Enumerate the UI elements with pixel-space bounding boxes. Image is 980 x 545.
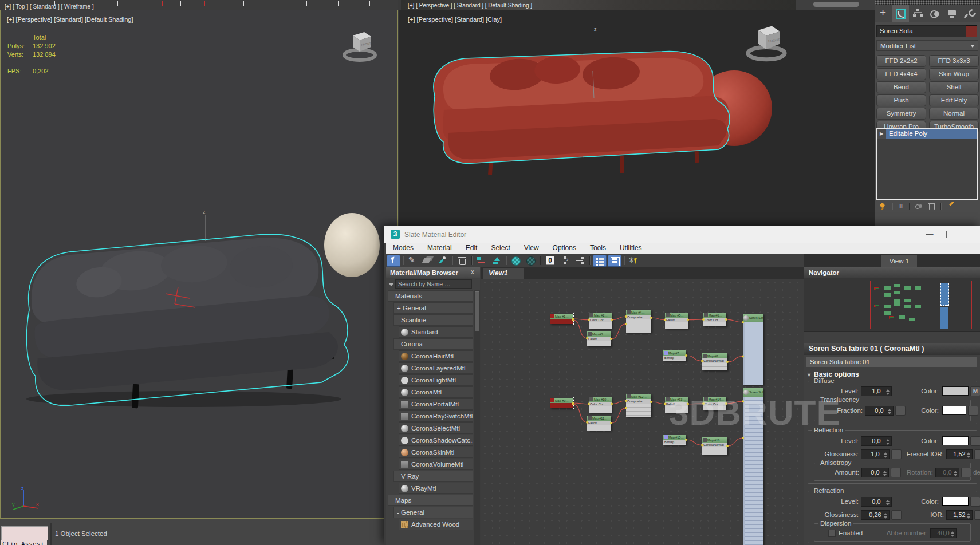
modifier-button-ffd-2x2x2[interactable]: FFD 2x2x2 — [876, 55, 926, 67]
browser-item-coronavolumemtl[interactable]: CoronaVolumeMtl — [399, 459, 473, 470]
browser-item-coronalightmtl[interactable]: CoronaLightMtl — [399, 374, 473, 386]
close-icon[interactable]: x — [471, 268, 474, 276]
viewcube[interactable]: FRONT — [341, 29, 378, 63]
modifier-button-bend[interactable]: Bend — [876, 81, 926, 93]
pin-stack-icon[interactable] — [879, 203, 887, 210]
browser-category--maps[interactable]: - Maps — [388, 495, 473, 506]
menu-options[interactable]: Options — [546, 243, 583, 254]
browser-category--materials[interactable]: - Materials — [388, 290, 473, 302]
reflection-map-button[interactable] — [970, 436, 980, 446]
fresnel-spinner[interactable]: 1,52 — [946, 449, 973, 459]
reflection-level-spinner[interactable]: 0,0 — [861, 436, 892, 446]
material-node-0[interactable]: Map #1… — [550, 314, 573, 324]
abbe-spinner[interactable]: 40,0 — [930, 528, 957, 538]
modifier-button-skin-wrap[interactable]: Skin Wrap — [929, 68, 979, 80]
put-to-library-icon[interactable] — [421, 255, 435, 267]
refraction-map-button[interactable] — [970, 497, 980, 507]
perspective-sliver-label[interactable]: [+] [ Perspective ] [ Standard ] [ Defau… — [408, 2, 532, 9]
material-node-3[interactable]: Map #4…Composite — [626, 310, 651, 333]
object-color-swatch[interactable] — [966, 25, 977, 37]
tab-create[interactable] — [875, 5, 892, 22]
delete-selected-icon[interactable] — [455, 255, 469, 267]
top-viewport-wireframe-sliver[interactable]: [+] [ Top ] [ Standard ] [ Wireframe ] — [0, 0, 398, 10]
show-submaterial-number-icon[interactable] — [544, 255, 557, 267]
slate-title-bar[interactable]: 3 Slate Material Editor — — [384, 226, 980, 243]
browser-item-advanced-wood[interactable]: Advanced Wood — [399, 519, 473, 530]
viewcube-right[interactable]: FRONT — [745, 22, 788, 63]
browser-item-standard[interactable]: Standard — [399, 326, 473, 338]
modifier-stack[interactable]: ▶ Editable Poly — [876, 128, 978, 200]
top-viewport-label[interactable]: [+] [ Top ] [ Standard ] [ Wireframe ] — [5, 3, 94, 10]
fraction-spinner[interactable]: 0,0 — [865, 406, 894, 416]
search-options-icon[interactable] — [386, 280, 395, 288]
navigator-minimap[interactable] — [804, 278, 980, 332]
diffuse-color-swatch[interactable] — [942, 386, 969, 396]
material-header[interactable]: Soren Sofa fabric 01 ( CoronaMtl ) — [804, 343, 980, 355]
tab-view1[interactable]: View1 — [483, 268, 524, 279]
menu-edit[interactable]: Edit — [459, 243, 485, 254]
fraction-map-button[interactable] — [895, 406, 906, 416]
tab-motion[interactable] — [926, 5, 943, 22]
material-node-10[interactable]: Map #10…Color Cor… — [589, 397, 612, 413]
material-node-16[interactable]: Map #16…CoronaNormal — [702, 437, 727, 455]
pick-material-from-object-icon[interactable] — [406, 255, 420, 267]
viewport-left-label[interactable]: [+] [Perspective] [Standard] [Default Sh… — [7, 16, 133, 23]
assign-to-selection-icon[interactable] — [436, 255, 450, 267]
layout-children-icon[interactable] — [573, 255, 587, 267]
viewport-right-label[interactable]: [+] [Perspective] [Standard] [Clay] — [408, 16, 502, 23]
material-node-8[interactable]: Soren Sof… — [743, 314, 763, 385]
scrollbar-thumb[interactable] — [475, 291, 479, 331]
browser-item-vraymtl[interactable]: VRayMtl — [399, 483, 473, 494]
select-by-material-icon[interactable] — [627, 255, 641, 267]
glossiness-spinner[interactable]: 1,0 — [861, 449, 890, 459]
tab-hierarchy[interactable] — [909, 5, 926, 22]
tab-modify[interactable] — [892, 5, 909, 22]
material-name-field[interactable]: Soren Sofa fabric 01 — [806, 357, 977, 367]
modifier-button-ffd-3x3x3[interactable]: FFD 3x3x3 — [929, 55, 979, 67]
menu-modes[interactable]: Modes — [386, 243, 420, 254]
browser-item-coronashadowcatc-[interactable]: CoronaShadowCatc... — [399, 435, 473, 446]
red-sofa-object[interactable] — [421, 41, 742, 176]
browser-category--general[interactable]: + General — [393, 302, 473, 314]
material-node-9[interactable]: Map #9… — [550, 398, 573, 408]
material-node-7[interactable]: Map #8…CoronaNormal — [702, 353, 727, 370]
browser-category--v-ray[interactable]: - V-Ray — [393, 471, 473, 482]
maximize-button[interactable] — [946, 231, 954, 238]
material-node-17[interactable]: Soren Sof… — [743, 388, 763, 545]
diffuse-level-spinner[interactable]: 1,0 — [861, 386, 892, 396]
ior-map-button[interactable] — [974, 510, 980, 520]
browser-item-coronaportalmtl[interactable]: CoronaPortalMtl — [399, 398, 473, 410]
modifier-button-shell[interactable]: Shell — [929, 81, 979, 93]
material-map-browser-toggle-icon[interactable] — [593, 255, 607, 267]
menu-select[interactable]: Select — [484, 243, 517, 254]
stack-row-editable-poly[interactable]: ▶ Editable Poly — [877, 129, 977, 139]
layout-vertical-icon[interactable] — [558, 255, 572, 267]
modifier-button-push[interactable]: Push — [876, 94, 926, 106]
menu-view[interactable]: View — [517, 243, 546, 254]
browser-category--scanline[interactable]: - Scanline — [393, 314, 473, 326]
move-children-icon[interactable] — [490, 255, 503, 267]
translucency-color-swatch[interactable] — [942, 406, 966, 415]
object-name-field[interactable]: Soren Sofa — [876, 25, 967, 37]
material-node-2[interactable]: Map #3…Falloff — [587, 331, 611, 346]
refraction-glossiness-map-button[interactable] — [891, 510, 902, 520]
material-node-13[interactable]: Map #13…Falloff — [665, 397, 688, 413]
tab-display[interactable] — [943, 5, 961, 22]
select-tool-icon[interactable] — [387, 255, 400, 267]
browser-item-coronahairmtl[interactable]: CoronaHairMtl — [399, 350, 473, 362]
modifier-button-symmetry[interactable]: Symmetry — [876, 108, 926, 120]
maxscript-listener-textline[interactable]: Clip Assesi — [1, 540, 47, 545]
make-unique-icon[interactable] — [915, 203, 923, 210]
reflection-color-swatch[interactable] — [942, 436, 969, 445]
enabled-checkbox[interactable] — [828, 530, 836, 537]
browser-category--general[interactable]: - General — [393, 507, 473, 518]
menu-utilities[interactable]: Utilities — [613, 243, 649, 254]
glossiness-map-button[interactable] — [891, 449, 902, 459]
gray-sofa-object[interactable]: z — [12, 207, 367, 413]
material-node-14[interactable]: Map #14…Color Cor… — [703, 397, 726, 410]
refraction-level-spinner[interactable]: 0,0 — [861, 497, 892, 507]
configure-modifier-sets-icon[interactable] — [947, 203, 954, 210]
maxscript-mini-listener[interactable] — [1, 526, 48, 540]
modifier-button-normal[interactable]: Normal — [929, 108, 979, 120]
show-end-result-icon[interactable]: II — [898, 203, 904, 210]
